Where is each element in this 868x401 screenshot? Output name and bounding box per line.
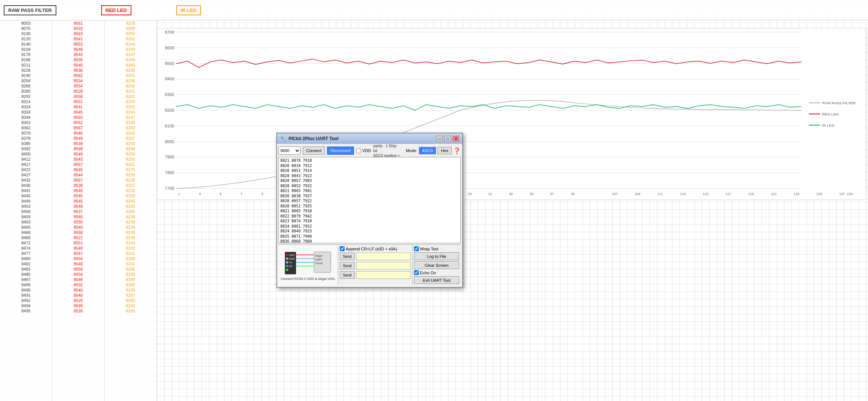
wrap-text-checkbox[interactable]: [414, 246, 419, 251]
svg-text:9: 9: [261, 192, 263, 196]
log-to-file-button[interactable]: Log to File: [414, 252, 459, 260]
macro-input-1[interactable]: [356, 253, 411, 260]
table-row: 8256: [105, 266, 156, 272]
table-row: 8441: [0, 188, 52, 193]
table-row: 8543: [52, 157, 104, 162]
table-row: 8540: [52, 62, 104, 68]
svg-text:125: 125: [816, 192, 822, 196]
ascii-mode-button[interactable]: ASCII: [419, 147, 436, 154]
svg-text:GND: GND: [289, 257, 295, 260]
table-row: 8480: [0, 256, 52, 261]
table-row: 8249: [105, 219, 156, 225]
svg-rect-63: [286, 261, 288, 263]
vdd-checkbox[interactable]: [356, 148, 361, 153]
table-row: 8259: [105, 193, 156, 198]
table-row: 8552: [52, 120, 104, 125]
svg-text:8600: 8600: [165, 46, 174, 50]
table-row: 8546: [52, 130, 104, 136]
table-row: 8483: [0, 266, 52, 272]
table-row: 8543: [52, 52, 104, 57]
list-item: 8024 8081 7952: [280, 224, 459, 229]
svg-text:117: 117: [725, 192, 731, 196]
raw-data-column: 8053807681008120814081598178819582118226…: [0, 21, 52, 401]
table-row: 8261: [105, 162, 156, 167]
table-row: 8481: [0, 261, 52, 266]
table-row: 8178: [0, 52, 52, 57]
macros-section: Append CR+LF (x0D + x0A) Send Send Send: [338, 245, 412, 286]
disconnect-button[interactable]: Disconnect: [327, 146, 354, 155]
table-row: 8417: [0, 162, 52, 167]
table-row: 8392: [0, 146, 52, 151]
table-row: 8241: [105, 261, 156, 266]
ir-data-column: 8259824982548251824482498247824982608230…: [105, 21, 157, 401]
table-row: 8554: [52, 266, 104, 272]
table-row: 8241: [105, 251, 156, 256]
wrap-text-checkbox-label[interactable]: Wrap Text: [414, 246, 459, 251]
table-row: 8490: [0, 287, 52, 293]
list-item: 8020 8051 7925: [280, 204, 459, 209]
table-row: 8525: [52, 298, 104, 303]
table-row: 8449: [0, 198, 52, 204]
svg-text:107: 107: [612, 192, 617, 196]
table-row: 8256: [105, 151, 156, 157]
clear-screen-button[interactable]: Clear Screen: [414, 261, 459, 269]
table-row: 8537: [52, 209, 104, 214]
table-row: 8491: [0, 293, 52, 298]
right-buttons-section: Wrap Text Log to File Clear Screen Echo …: [412, 245, 461, 286]
list-item: 8021 8065 7918: [280, 209, 459, 214]
macro-input-2[interactable]: [356, 262, 411, 269]
table-row: 8445: [0, 193, 52, 198]
uart-terminal[interactable]: 8021 8078 79188020 8034 79128020 8051 79…: [279, 157, 461, 243]
send-button-3[interactable]: Send: [340, 271, 355, 279]
table-row: 8239: [105, 178, 156, 183]
table-row: 8550: [52, 115, 104, 120]
echo-on-checkbox[interactable]: [414, 270, 419, 275]
table-row: 8211: [0, 62, 52, 68]
dialog-bottom: VDD GND TX RX Target UART Circuit Connec…: [279, 244, 461, 286]
table-row: 8249: [105, 277, 156, 282]
uart-dialog: 🔧 PICkit 2Plus UART Tool — □ ✕ 9600 1920…: [276, 133, 463, 288]
table-row: 8412: [0, 157, 52, 162]
table-row: 8159: [0, 47, 52, 52]
connect-button[interactable]: Connect: [303, 146, 325, 155]
close-button[interactable]: ✕: [452, 136, 459, 142]
append-cr-checkbox[interactable]: [340, 246, 345, 251]
echo-on-checkbox-label[interactable]: Echo On: [414, 270, 459, 275]
table-row: 8244: [105, 41, 156, 47]
svg-rect-64: [286, 265, 288, 267]
circuit-caption: Connect PICkit 2 VDD & target VDD.: [281, 277, 336, 281]
list-item: 8023 8074 7910: [280, 219, 459, 224]
list-item: 8020 8034 7912: [280, 163, 459, 169]
send-button-1[interactable]: Send: [340, 253, 355, 260]
table-row: 8275: [105, 167, 156, 172]
table-row: 8257: [105, 293, 156, 298]
table-row: 8550: [52, 219, 104, 225]
table-row: 8551: [52, 21, 104, 26]
table-row: 8540: [52, 261, 104, 266]
connection-row: 9600 19200 38400 57600 115200 Connect Di…: [279, 145, 461, 156]
table-row: 8378: [0, 136, 52, 141]
svg-text:7800: 7800: [165, 170, 174, 175]
vdd-checkbox-label[interactable]: VDD: [356, 148, 371, 153]
minimize-button[interactable]: —: [436, 136, 443, 142]
table-row: 8545: [52, 193, 104, 198]
table-row: 8487: [0, 277, 52, 282]
exit-uart-button[interactable]: Exit UART Tool: [414, 276, 459, 284]
table-row: 8254: [0, 78, 52, 83]
table-row: 8234: [105, 225, 156, 230]
svg-text:8400: 8400: [165, 77, 174, 81]
table-row: 8456: [0, 209, 52, 214]
baud-rate-select[interactable]: 9600 19200 38400 57600 115200: [279, 146, 301, 155]
dialog-window-controls[interactable]: — □ ✕: [436, 136, 459, 142]
macro-row-2: Send: [340, 262, 411, 270]
hex-mode-button[interactable]: Hex: [438, 147, 452, 154]
send-button-2[interactable]: Send: [340, 262, 355, 269]
svg-text:5: 5: [220, 192, 221, 196]
maximize-button[interactable]: □: [444, 136, 451, 142]
append-cr-checkbox-label[interactable]: Append CR+LF (x0D + x0A): [340, 246, 397, 251]
table-row: 8249: [105, 230, 156, 235]
macro-input-3[interactable]: [356, 271, 411, 279]
table-row: 8257: [105, 183, 156, 188]
svg-text:3: 3: [199, 192, 201, 196]
table-row: 8406: [0, 151, 52, 157]
